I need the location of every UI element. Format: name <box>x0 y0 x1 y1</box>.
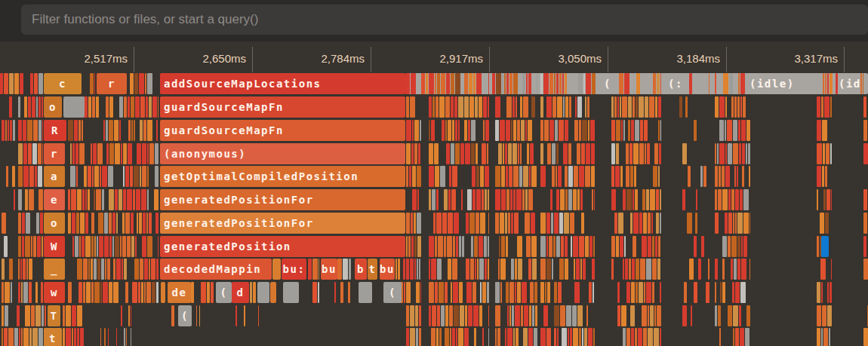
flame-stripe[interactable] <box>477 259 479 280</box>
flame-stripe[interactable] <box>435 166 439 187</box>
flame-stripe[interactable] <box>556 189 559 210</box>
flame-stripe[interactable] <box>487 143 488 164</box>
flame-stripe[interactable] <box>411 143 414 164</box>
flame-stripe[interactable] <box>623 259 624 280</box>
flame-stripe[interactable] <box>634 166 636 187</box>
flame-stripe[interactable] <box>731 259 733 280</box>
flame-stripe[interactable] <box>504 73 506 94</box>
flame-stripe[interactable] <box>2 259 5 280</box>
flame-stripe[interactable] <box>513 73 518 94</box>
flame-stripe[interactable] <box>527 143 529 164</box>
flame-stripe[interactable] <box>528 328 533 346</box>
flame-stripe[interactable] <box>829 328 830 346</box>
flame-stripe[interactable] <box>482 189 484 210</box>
flame-stripe[interactable] <box>863 120 867 141</box>
flame-stripe[interactable] <box>509 73 512 94</box>
flame-stripe[interactable] <box>38 96 41 118</box>
flame-stripe[interactable] <box>503 143 504 164</box>
flame-stripe[interactable] <box>468 120 470 141</box>
flame-stripe[interactable] <box>451 96 454 118</box>
flame-stripe[interactable] <box>318 282 319 303</box>
flame-stripe[interactable] <box>645 143 646 164</box>
flame-stripe[interactable] <box>817 96 820 118</box>
flame-stripe[interactable] <box>105 259 106 280</box>
flame-stripe[interactable] <box>648 305 649 326</box>
flame-stripe[interactable] <box>593 282 594 303</box>
flame-stripe[interactable] <box>416 282 420 303</box>
flame-bar-e[interactable]: e <box>44 189 65 210</box>
flame-stripe[interactable] <box>488 259 489 280</box>
flame-stripe[interactable] <box>822 166 824 187</box>
flame-stripe[interactable] <box>725 96 727 118</box>
flame-stripe[interactable] <box>132 282 137 303</box>
flame-stripe[interactable] <box>740 189 743 210</box>
flame-stripe[interactable] <box>435 73 436 94</box>
flame-stripe[interactable] <box>410 328 415 346</box>
flame-stripe[interactable] <box>101 259 104 280</box>
flame-stripe[interactable] <box>476 73 482 94</box>
flame-stripe[interactable] <box>411 236 414 257</box>
flame-stripe[interactable] <box>820 259 826 280</box>
flame-stripe[interactable] <box>626 282 630 303</box>
flame-stripe[interactable] <box>591 143 595 164</box>
flame-stripe[interactable] <box>631 328 634 346</box>
flame-stripe[interactable] <box>640 259 645 280</box>
flame-stripe[interactable] <box>616 236 619 257</box>
flame-stripe[interactable] <box>66 328 71 346</box>
flame-stripe[interactable] <box>131 96 134 118</box>
flame-stripe[interactable] <box>685 96 688 118</box>
flame-stripe[interactable] <box>565 120 568 141</box>
flame-stripe[interactable] <box>144 259 148 280</box>
flame-stripe[interactable] <box>863 236 866 257</box>
flame-bar[interactable] <box>63 96 85 118</box>
flame-stripe[interactable] <box>123 166 125 187</box>
flame-stripe[interactable] <box>684 282 687 303</box>
flame-stripe[interactable] <box>406 96 409 118</box>
flame-stripe[interactable] <box>145 73 146 94</box>
flame-stripe[interactable] <box>82 189 85 210</box>
flame-stripe[interactable] <box>442 213 447 234</box>
flame-stripe[interactable] <box>583 73 585 94</box>
flame-stripe[interactable] <box>522 282 527 303</box>
flame-bar[interactable] <box>283 282 299 303</box>
flame-stripe[interactable] <box>151 259 155 280</box>
flame-stripe[interactable] <box>74 328 76 346</box>
flame-stripe[interactable] <box>258 305 259 326</box>
flame-stripe[interactable] <box>412 166 416 187</box>
flame-stripe[interactable] <box>715 259 718 280</box>
flame-stripe[interactable] <box>100 166 101 187</box>
flame-stripe[interactable] <box>640 120 643 141</box>
flame-stripe[interactable] <box>484 236 487 257</box>
flame-stripe[interactable] <box>826 189 830 210</box>
flame-stripe[interactable] <box>211 282 214 303</box>
flame-bar-o[interactable]: o <box>44 96 62 118</box>
flame-stripe[interactable] <box>429 259 430 280</box>
flame-stripe[interactable] <box>506 73 509 94</box>
flame-stripe[interactable] <box>109 96 113 118</box>
flame-stripe[interactable] <box>38 189 43 210</box>
flame-stripe[interactable] <box>863 143 868 164</box>
flame-stripe[interactable] <box>487 282 489 303</box>
flame-stripe[interactable] <box>429 189 431 210</box>
flame-stripe[interactable] <box>556 236 560 257</box>
flame-stripe[interactable] <box>822 305 826 326</box>
flame-stripe[interactable] <box>616 120 620 141</box>
flame-stripe[interactable] <box>147 189 149 210</box>
flame-stripe[interactable] <box>691 305 692 326</box>
flame-stripe[interactable] <box>109 189 114 210</box>
flame-stripe[interactable] <box>445 96 450 118</box>
flame-stripe[interactable] <box>660 73 661 94</box>
flame-stripe[interactable] <box>142 236 146 257</box>
flame-stripe[interactable] <box>462 236 464 257</box>
flame-stripe[interactable] <box>140 259 143 280</box>
flame-stripe[interactable] <box>632 259 635 280</box>
flame-stripe[interactable] <box>417 259 418 280</box>
flame-stripe[interactable] <box>103 120 105 141</box>
flame-bar[interactable] <box>257 282 269 303</box>
flame-stripe[interactable] <box>574 259 575 280</box>
flame-stripe[interactable] <box>72 305 76 326</box>
flame-stripe[interactable] <box>125 282 128 303</box>
flame-stripe[interactable] <box>575 96 577 118</box>
flame-stripe[interactable] <box>8 120 9 141</box>
flame-stripe[interactable] <box>75 143 78 164</box>
